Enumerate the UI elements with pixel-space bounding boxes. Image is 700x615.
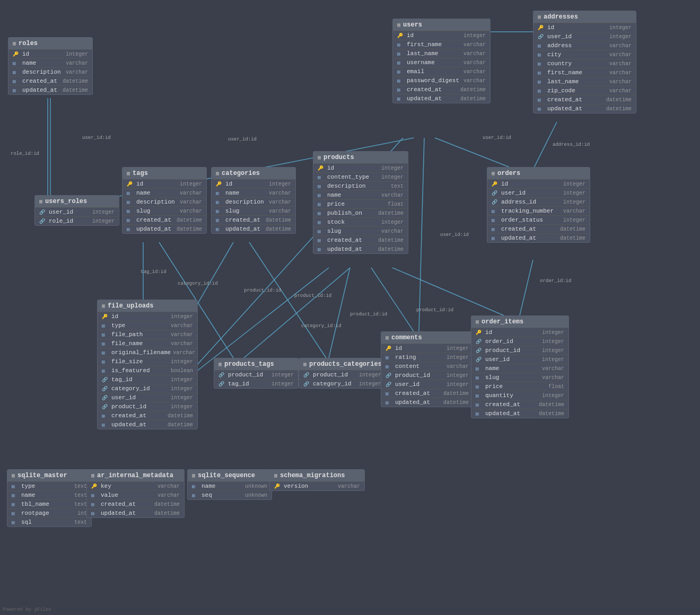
svg-line-5 bbox=[244, 268, 350, 358]
svg-line-6 bbox=[329, 268, 350, 358]
table-users[interactable]: ▦ users 🔑 id integer ▤ first_name varcha… bbox=[392, 19, 491, 103]
table-comments-header: ▦ comments bbox=[381, 332, 473, 344]
row-fu-userid: 🔗 user_id integer bbox=[98, 393, 197, 402]
table-products-tags[interactable]: ▦ products_tags 🔗 product_id integer 🔗 t… bbox=[214, 358, 299, 389]
row-oi-price: ▤ price float bbox=[471, 382, 568, 391]
row-ord-status: ▤ order_status integer bbox=[487, 215, 590, 224]
label-role-id: role_id:id bbox=[11, 151, 39, 156]
table-products-categories-header: ▦ products_categories bbox=[299, 358, 386, 370]
field-icon: ▤ bbox=[12, 493, 19, 498]
table-icon: ▦ bbox=[216, 170, 219, 177]
fk-icon: 🔗 bbox=[303, 372, 311, 378]
field-icon: ▤ bbox=[318, 219, 325, 225]
row-cat-slug: ▤ slug varchar bbox=[212, 206, 295, 215]
field-icon: ▤ bbox=[127, 199, 134, 205]
row-users-password: ▤ password_digest varchar bbox=[393, 76, 490, 85]
fk-icon: 🔗 bbox=[386, 373, 393, 379]
table-products[interactable]: ▦ products 🔑 id integer ▤ content_type i… bbox=[313, 151, 408, 254]
row-fu-origfilename: ▤ original_filename varchar bbox=[98, 348, 197, 357]
row-roles-created: ▤ created_at datetime bbox=[8, 76, 92, 85]
row-users-lastname: ▤ last_name varchar bbox=[393, 49, 490, 58]
row-fu-id: 🔑 id integer bbox=[98, 312, 197, 321]
row-sm-sql: ▤ sql text bbox=[7, 517, 91, 526]
row-oi-updated: ▤ updated_at datetime bbox=[471, 409, 568, 418]
field-icon: ▤ bbox=[13, 87, 20, 93]
table-roles[interactable]: ▦ roles 🔑 id integer ▤ name varchar ▤ de… bbox=[8, 37, 93, 95]
table-tags[interactable]: ▦ tags 🔑 id integer ▤ name varchar ▤ des… bbox=[122, 167, 207, 234]
table-icon: ▦ bbox=[397, 22, 400, 28]
table-order-items[interactable]: ▦ order_items 🔑 id integer 🔗 order_id in… bbox=[471, 315, 569, 418]
table-ar-internal-metadata[interactable]: ▦ ar_internal_metadata 🔑 key varchar ▤ v… bbox=[86, 469, 185, 518]
table-sqlite-sequence[interactable]: ▦ sqlite_sequence ▤ name unknown ▤ seq u… bbox=[187, 469, 272, 500]
table-products-categories[interactable]: ▦ products_categories 🔗 product_id integ… bbox=[299, 358, 386, 389]
field-icon: ▤ bbox=[318, 238, 325, 243]
table-icon: ▦ bbox=[39, 198, 42, 205]
field-icon: ▤ bbox=[318, 183, 325, 189]
label-tag-id: tag_id:id bbox=[141, 269, 167, 275]
row-ord-addressid: 🔗 address_id integer bbox=[487, 197, 590, 206]
row-ord-tracking: ▤ tracking_number varchar bbox=[487, 206, 590, 215]
row-pt-tagid: 🔗 tag_id integer bbox=[214, 379, 298, 388]
row-fu-catid: 🔗 category_id integer bbox=[98, 384, 197, 393]
row-prod-publish: ▤ publish_on datetime bbox=[313, 208, 408, 217]
table-icon: ▦ bbox=[303, 361, 307, 367]
field-icon: ▤ bbox=[538, 70, 545, 76]
table-orders[interactable]: ▦ orders 🔑 id integer 🔗 user_id integer … bbox=[487, 167, 590, 243]
row-addr-firstname: ▤ first_name varchar bbox=[533, 68, 636, 77]
field-icon: ▤ bbox=[397, 96, 405, 102]
field-icon: ▤ bbox=[12, 520, 19, 525]
table-schema-migrations[interactable]: ▦ schema_migrations 🔑 version varchar bbox=[269, 469, 365, 491]
field-icon: ▤ bbox=[492, 226, 499, 232]
field-icon: ▤ bbox=[538, 79, 545, 85]
field-icon: ▤ bbox=[102, 359, 109, 365]
table-users-roles[interactable]: ▦ users_roles 🔗 user_id integer 🔗 role_i… bbox=[34, 195, 119, 226]
field-icon: ▤ bbox=[492, 208, 499, 214]
row-fu-tagid: 🔗 tag_id integer bbox=[98, 375, 197, 384]
row-fu-filename: ▤ file_name varchar bbox=[98, 339, 197, 348]
row-cat-id: 🔑 id integer bbox=[212, 179, 295, 188]
row-prod-name: ▤ name varchar bbox=[313, 190, 408, 199]
table-comments[interactable]: ▦ comments 🔑 id integer ▤ rating integer… bbox=[381, 331, 474, 407]
row-prod-created: ▤ created_at datetime bbox=[313, 235, 408, 244]
pk-icon: 🔑 bbox=[216, 181, 223, 187]
row-tags-name: ▤ name varchar bbox=[122, 188, 206, 197]
row-cat-updated: ▤ updated_at datetime bbox=[212, 224, 295, 233]
table-icon: ▦ bbox=[274, 472, 277, 479]
row-ord-created: ▤ created_at datetime bbox=[487, 224, 590, 233]
field-icon: ▤ bbox=[216, 208, 223, 214]
table-sqlite-master[interactable]: ▦ sqlite_master ▤ type text ▤ name text … bbox=[7, 469, 92, 527]
table-file-uploads[interactable]: ▦ file_uploads 🔑 id integer ▤ type varch… bbox=[97, 300, 198, 429]
row-roles-desc: ▤ description varchar bbox=[8, 67, 92, 76]
field-icon: ▤ bbox=[386, 364, 393, 370]
table-addresses[interactable]: ▦ addresses 🔑 id integer 🔗 user_id integ… bbox=[533, 11, 636, 113]
table-icon: ▦ bbox=[12, 472, 15, 479]
field-icon: ▤ bbox=[538, 52, 545, 58]
fk-icon: 🔗 bbox=[492, 199, 499, 205]
row-com-created: ▤ created_at datetime bbox=[381, 389, 473, 398]
row-oi-orderid: 🔗 order_id integer bbox=[471, 337, 568, 346]
field-icon: ▤ bbox=[538, 97, 545, 103]
table-categories[interactable]: ▦ categories 🔑 id integer ▤ name varchar… bbox=[211, 167, 296, 234]
svg-line-15 bbox=[419, 138, 424, 331]
row-oi-created: ▤ created_at datetime bbox=[471, 400, 568, 409]
label-order-id: order_id:id bbox=[540, 278, 571, 284]
label-product-id-1: product_id:id bbox=[244, 288, 281, 293]
field-icon: ▤ bbox=[397, 87, 405, 93]
pk-icon: 🔑 bbox=[274, 484, 282, 489]
row-tags-desc: ▤ description varchar bbox=[122, 197, 206, 206]
field-icon: ▤ bbox=[127, 208, 134, 214]
field-icon: ▤ bbox=[192, 493, 199, 498]
pk-icon: 🔑 bbox=[13, 51, 20, 57]
row-scm-version: 🔑 version varchar bbox=[270, 481, 364, 490]
row-roles-updated: ▤ updated_at datetime bbox=[8, 85, 92, 94]
field-icon: ▤ bbox=[538, 88, 545, 94]
table-icon: ▦ bbox=[192, 472, 195, 479]
field-icon: ▤ bbox=[318, 247, 325, 252]
field-icon: ▤ bbox=[192, 484, 199, 489]
field-icon: ▤ bbox=[102, 341, 109, 347]
row-fu-filepath: ▤ file_path varchar bbox=[98, 330, 197, 339]
fk-icon: 🔗 bbox=[476, 348, 483, 354]
field-icon: ▤ bbox=[102, 422, 109, 428]
row-oi-productid: 🔗 product_id integer bbox=[471, 346, 568, 355]
row-com-id: 🔑 id integer bbox=[381, 344, 473, 353]
